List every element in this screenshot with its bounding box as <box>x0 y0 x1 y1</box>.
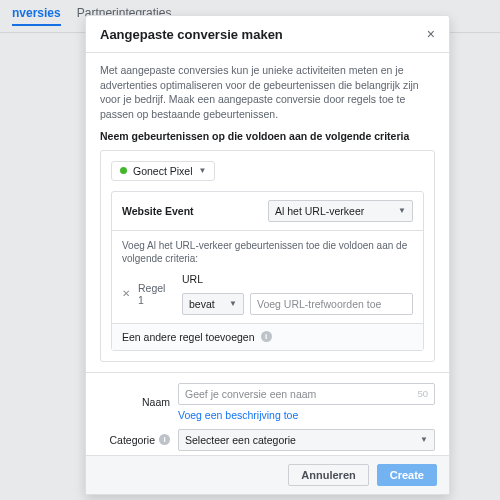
divider <box>86 372 449 373</box>
add-rule-button[interactable]: Een andere regel toevoegen i <box>112 323 423 350</box>
info-icon: i <box>261 331 272 342</box>
event-rules-box: Website Event Al het URL-verkeer ▼ Voeg … <box>111 191 424 351</box>
close-icon[interactable]: × <box>427 26 435 42</box>
website-event-label: Website Event <box>122 205 194 217</box>
modal-header: Aangepaste conversie maken × <box>86 16 449 53</box>
modal-title: Aangepaste conversie maken <box>100 27 283 42</box>
rule-value-input[interactable]: Voeg URL-trefwoorden toe <box>250 293 413 315</box>
char-count: 50 <box>417 388 428 400</box>
chevron-down-icon: ▼ <box>398 206 406 215</box>
name-input[interactable]: Geef je conversie een naam 50 <box>178 383 435 405</box>
category-dropdown[interactable]: Selecteer een categorie ▼ <box>178 429 435 451</box>
status-dot-icon <box>120 167 127 174</box>
category-label: Categorie <box>109 434 155 446</box>
modal-footer: Annuleren Create <box>86 455 449 494</box>
name-label: Naam <box>100 396 178 408</box>
info-icon: i <box>159 434 170 445</box>
cancel-button[interactable]: Annuleren <box>288 464 368 486</box>
chevron-down-icon: ▼ <box>199 166 207 175</box>
criteria-box: Gonect Pixel ▼ Website Event Al het URL-… <box>100 150 435 362</box>
chevron-down-icon: ▼ <box>229 299 237 308</box>
rule-operator-dropdown[interactable]: bevat ▼ <box>182 293 244 315</box>
rule-field-label: URL <box>182 273 413 285</box>
website-event-dropdown[interactable]: Al het URL-verkeer ▼ <box>268 200 413 222</box>
event-header-row: Website Event Al het URL-verkeer ▼ <box>112 192 423 231</box>
rule-row-1: ✕ Regel 1 URL bevat ▼ Voeg URL-trefwoord… <box>122 273 413 315</box>
create-button[interactable]: Create <box>377 464 437 486</box>
rules-body: Voeg Al het URL-verkeer gebeurtenissen t… <box>112 231 423 323</box>
rule-index-label: Regel 1 <box>138 282 174 306</box>
chevron-down-icon: ▼ <box>420 435 428 444</box>
pixel-selector[interactable]: Gonect Pixel ▼ <box>111 161 215 181</box>
rule-note: Voeg Al het URL-verkeer gebeurtenissen t… <box>122 239 413 265</box>
add-description-link[interactable]: Voeg een beschrijving toe <box>178 409 435 421</box>
remove-rule-icon[interactable]: ✕ <box>122 288 130 299</box>
intro-text: Met aangepaste conversies kun je unieke … <box>100 63 435 122</box>
name-row: Naam Geef je conversie een naam 50 Voeg … <box>100 383 435 421</box>
pixel-name: Gonect Pixel <box>133 165 193 177</box>
criteria-header: Neem gebeurtenissen op die voldoen aan d… <box>100 130 435 142</box>
category-row: Categorie i Selecteer een categorie ▼ <box>100 429 435 451</box>
create-conversion-modal: Aangepaste conversie maken × Met aangepa… <box>85 15 450 495</box>
modal-body: Met aangepaste conversies kun je unieke … <box>86 53 449 455</box>
